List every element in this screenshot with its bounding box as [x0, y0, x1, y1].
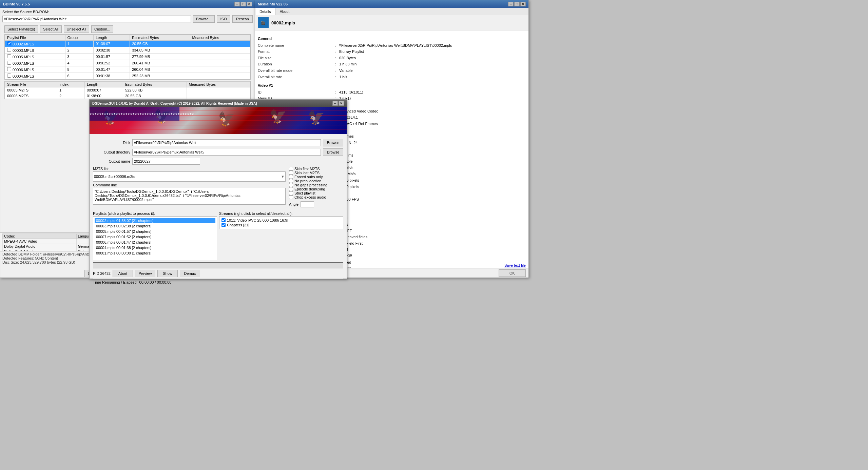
no-gaps-label: No gaps processing — [294, 183, 327, 187]
no-gaps-checkbox[interactable]: No gaps processing — [289, 183, 343, 187]
iso-button[interactable]: ISO — [217, 15, 230, 23]
no-prealloc-label: No preallocation — [294, 179, 322, 183]
skip-first-checkbox[interactable]: Skip first M2TS — [289, 167, 343, 171]
output-name-row: Output name — [93, 158, 343, 165]
strict-playlist-label: Strict playlist — [294, 191, 315, 195]
stream-checkbox[interactable] — [221, 223, 226, 227]
mi-val: 4113 (0x1011) — [339, 89, 526, 96]
no-gaps-check[interactable] — [289, 183, 293, 187]
time-section: Time Remaining / Elapsed 00:00:00 / 00:0… — [93, 279, 343, 284]
ok-button[interactable]: OK — [499, 269, 526, 277]
table-row[interactable]: 00005.M2TS 1 00:00:07 522.00 KB — [5, 87, 250, 93]
list-item[interactable]: 00007.mpls 00:01:52 [2 chapters] — [95, 234, 215, 240]
table-row[interactable]: 00003.MPLS 2 00:02:38 334.85 MB — [5, 47, 250, 54]
episode-demux-checkbox[interactable]: Episode demuxing — [289, 187, 343, 191]
playlist-table: Playlist File Group Length Estimated Byt… — [5, 35, 250, 79]
episode-demux-label: Episode demuxing — [294, 187, 325, 191]
unselect-all-button[interactable]: Unselect All — [64, 25, 89, 33]
table-row[interactable]: 00007.MPLS 4 00:01:52 266.41 MB — [5, 60, 250, 66]
browse-button[interactable]: Browse... — [193, 15, 215, 23]
demux-button[interactable]: Demux — [180, 270, 200, 277]
mi-row: ID : 4113 (0x1011) — [258, 89, 526, 96]
rescan-button[interactable]: Rescan — [232, 15, 253, 23]
progress-bar — [93, 262, 343, 268]
strict-playlist-checkbox[interactable]: Strict playlist — [289, 191, 343, 195]
stream-panel: Stream File Index Length Estimated Bytes… — [4, 81, 251, 99]
disk-path-input[interactable] — [132, 139, 321, 146]
list-item[interactable]: 00006.mpls 00:01:47 [2 chapters] — [95, 240, 215, 245]
mi-val: 7 s 0 ms — [339, 152, 526, 159]
playlist-length-cell: 01:38:07 — [94, 41, 130, 47]
mediainfo-maximize[interactable]: □ — [514, 2, 520, 6]
dgdemux-close[interactable]: ✕ — [339, 101, 344, 106]
list-item[interactable]: 00003.mpls 00:02:38 [2 chapters] — [95, 223, 215, 229]
command-area: Command line "C:\Users Desktop\Tools\DGD… — [93, 183, 286, 205]
bdinfo-close[interactable]: ✕ — [247, 2, 252, 6]
skip-last-label: Skip last M2TS — [294, 171, 320, 175]
dgdemux-controls[interactable]: ─ ✕ — [332, 101, 344, 106]
skip-first-label: Skip first M2TS — [294, 167, 320, 171]
table-row[interactable]: 00005.MPLS 3 00:01:57 277.99 MB — [5, 54, 250, 60]
source-path-input[interactable] — [2, 16, 191, 22]
streams-panel: 1011: Video [AVC 25.000 1080i 16:9]Chapt… — [219, 216, 343, 229]
angle-input[interactable] — [301, 201, 314, 207]
forced-subs-check[interactable] — [289, 175, 293, 179]
strict-playlist-check[interactable] — [289, 191, 293, 195]
playlist-length-cell: 00:01:47 — [94, 66, 130, 73]
output-browse-button[interactable]: Browse — [323, 148, 343, 156]
tab-details[interactable]: Details — [255, 8, 275, 15]
playlists-list[interactable]: 00002.mpls 01:38:07 [21 chapters]00003.m… — [95, 218, 215, 259]
mi-val: 620 Bytes — [339, 55, 526, 61]
stream-est-cell: 522.00 KB — [123, 87, 187, 93]
abort-button[interactable]: Abort — [113, 270, 133, 277]
checkboxes-section: Skip first M2TS Skip last M2TS Forced su… — [289, 167, 343, 209]
save-text-file-link[interactable]: Save text file — [504, 263, 526, 267]
show-button[interactable]: Show — [157, 270, 178, 277]
list-item[interactable]: 00002.mpls 01:38:07 [21 chapters] — [95, 218, 215, 223]
table-row[interactable]: 00006.MPLS 5 00:01:47 260.04 MB — [5, 66, 250, 73]
skip-last-checkbox[interactable]: Skip last M2TS — [289, 171, 343, 175]
no-prealloc-check[interactable] — [289, 179, 293, 183]
episode-demux-check[interactable] — [289, 187, 293, 191]
output-dir-input[interactable] — [132, 149, 321, 156]
table-row[interactable]: 00004.MPLS 6 00:01:38 252.23 MB — [5, 73, 250, 79]
select-all-button[interactable]: Select All — [40, 25, 61, 33]
bdinfo-controls[interactable]: ─ □ ✕ — [234, 2, 252, 6]
mi-key: ID — [258, 89, 332, 96]
stream-checkbox[interactable] — [221, 218, 226, 222]
dgdemux-minimize[interactable]: ─ — [332, 101, 338, 106]
table-row[interactable]: 00002.MPLS 1 01:38:07 20.55 GB — [5, 41, 250, 47]
preview-button[interactable]: Preview — [135, 270, 155, 277]
disk-row: Disk Browse — [93, 139, 343, 146]
list-item[interactable]: 00005.mpls 00:01:57 [2 chapters] — [95, 229, 215, 234]
disk-browse-button[interactable]: Browse — [323, 139, 343, 146]
skip-last-check[interactable] — [289, 171, 293, 175]
m2ts-list-label: M2TS list — [93, 167, 286, 171]
mediainfo-controls[interactable]: ─ □ ✕ — [508, 2, 526, 6]
mediainfo-title: MediaInfo v22.06 — [258, 2, 288, 6]
mi-key: File size — [258, 55, 332, 61]
select-playlist-button[interactable]: Select Playlist(s) — [4, 25, 38, 33]
no-prealloc-checkbox[interactable]: No preallocation — [289, 179, 343, 183]
progress-section — [93, 262, 343, 268]
col-est-bytes: Estimated Bytes — [130, 35, 190, 41]
custom-button[interactable]: Custom... — [91, 25, 113, 33]
output-name-label: Output name — [93, 159, 130, 163]
chop-excess-checkbox[interactable]: Chop excess audio — [289, 195, 343, 199]
mi-row: Overall bit rate : 1 b/s — [258, 74, 526, 80]
bdinfo-maximize[interactable]: □ — [240, 2, 246, 6]
mi-val: High@L4.1 — [339, 115, 526, 121]
forced-subs-checkbox[interactable]: Forced subs only — [289, 175, 343, 179]
mediainfo-close[interactable]: ✕ — [520, 2, 526, 6]
skip-first-check[interactable] — [289, 167, 293, 171]
mediainfo-minimize[interactable]: ─ — [508, 2, 514, 6]
tab-about[interactable]: About — [275, 8, 294, 15]
playlist-group-cell: 1 — [65, 41, 94, 47]
list-item[interactable]: 00001.mpls 00:00:00 [1 chapters] — [95, 250, 215, 256]
chop-excess-check[interactable] — [289, 195, 293, 199]
bdinfo-minimize[interactable]: ─ — [234, 2, 240, 6]
table-row[interactable]: 00006.M2TS 2 01:38:00 20.55 GB — [5, 93, 250, 99]
list-item[interactable]: 00004.mpls 00:01:38 [2 chapters] — [95, 245, 215, 250]
output-name-input[interactable] — [132, 158, 200, 165]
playlist-meas-bytes-cell — [190, 47, 250, 54]
